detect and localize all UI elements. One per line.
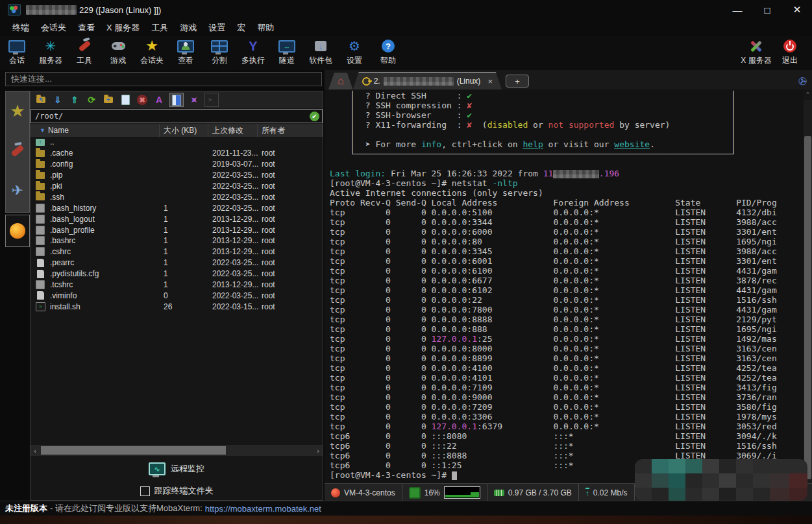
terminal-line: Active Internet connections (only server… xyxy=(330,188,802,198)
gear-icon: ⚙ xyxy=(349,40,360,53)
toolbar-button-tunnel[interactable]: ↔隧道 xyxy=(270,36,304,66)
sidebar-tab-sftp[interactable] xyxy=(5,215,30,247)
paperclip-icon[interactable]: ✇ xyxy=(796,74,809,88)
file-row[interactable]: .config2019-03-07...root xyxy=(31,159,323,170)
hscroll-thumb[interactable] xyxy=(41,446,226,455)
terminal-button[interactable]: >_ xyxy=(204,93,219,107)
terminal-screen[interactable]: │ ? Direct SSH : ✔ │ │ ? SSH compression… xyxy=(325,89,812,483)
subscribe-message: - 请在此处订阅专业版以支持MobaXterm: xyxy=(50,503,203,514)
toolbar-button-settings[interactable]: ⚙设置 xyxy=(338,36,371,66)
follow-terminal-folder-option[interactable]: 跟踪终端文件夹 xyxy=(31,484,323,498)
file-row[interactable]: .pki2022-03-25...root xyxy=(31,181,323,192)
file-row[interactable]: .bash_history12022-03-25...root xyxy=(31,202,323,213)
toolbar-button-servers[interactable]: ✳服务器 xyxy=(34,36,68,66)
desktop-background-strip xyxy=(0,516,812,524)
toolbar-button-tools[interactable]: 工具 xyxy=(68,36,101,66)
file-row[interactable]: .viminfo02022-03-25...root xyxy=(31,290,323,301)
file-row[interactable]: .pearrc12022-03-25...root xyxy=(31,257,323,268)
upload-button[interactable]: ⇑ xyxy=(68,93,81,106)
menu-item-查看[interactable]: 查看 xyxy=(72,20,101,36)
toolbar-button-view[interactable]: 查看 xyxy=(169,36,203,66)
terminal-line: │ │ xyxy=(330,130,802,139)
terminal-line: tcp 0 0 0.0.0.0:8000 0.0.0.0:* LISTEN 31… xyxy=(330,344,802,353)
remote-monitoring-button[interactable]: ∿ 远程监控 xyxy=(31,460,323,478)
toolbar-button-session[interactable]: 会话 xyxy=(0,36,34,66)
app-logo-icon xyxy=(8,4,21,16)
file-list-hscrollbar[interactable]: ‹ › xyxy=(31,445,323,456)
session-tab[interactable]: 2. (Linux) × xyxy=(353,72,502,89)
folder-icon xyxy=(36,193,45,200)
column-header-name[interactable]: ▼Name xyxy=(31,124,160,137)
path-ok-icon[interactable]: ✔ xyxy=(310,112,319,121)
terminal-line: tcp 0 0 0.0.0.0:8899 0.0.0.0:* LISTEN 31… xyxy=(330,353,802,363)
scroll-up-icon[interactable]: ⌃ xyxy=(804,89,812,100)
side-tab-strip: ★ ✈ xyxy=(5,91,30,501)
file-row[interactable]: .tcshrc12013-12-29...root xyxy=(31,280,323,291)
follow-terminal-checkbox[interactable] xyxy=(140,486,150,496)
tab-close-icon[interactable]: × xyxy=(487,77,493,86)
file-row[interactable]: >install.sh262022-03-15...root xyxy=(31,301,323,312)
sidebar-tab-tools[interactable] xyxy=(6,131,29,171)
new-tab-button[interactable]: + xyxy=(506,75,529,88)
scroll-left-icon[interactable]: ‹ xyxy=(31,447,40,455)
menu-item-宏[interactable]: 宏 xyxy=(231,20,251,36)
delete-button[interactable]: ✖ xyxy=(136,93,149,106)
toolbar-button-packages[interactable]: ↓软件包 xyxy=(304,36,338,66)
scroll-right-icon[interactable]: › xyxy=(314,447,323,455)
file-row[interactable]: .bash_logout12013-12-29...root xyxy=(31,213,323,224)
file-row[interactable]: .pydistutils.cfg12022-03-25...root xyxy=(31,268,323,280)
new-folder-button[interactable]: + xyxy=(102,93,115,106)
parent-folder-button[interactable]: ↰ xyxy=(34,93,47,106)
toolbar-button-x-server[interactable]: X 服务器 xyxy=(739,36,773,66)
file-row[interactable]: .bash_profile12013-12-29...root xyxy=(31,224,323,235)
menu-item-帮助[interactable]: 帮助 xyxy=(251,20,280,36)
sidebar-tab-macros[interactable]: ✈ xyxy=(6,171,29,210)
terminal-scrollbar[interactable]: ⌃ xyxy=(804,89,812,483)
column-header-modified[interactable]: 上次修改 xyxy=(208,124,258,137)
vscroll-thumb[interactable] xyxy=(804,136,811,479)
path-bar[interactable]: /root/ ✔ xyxy=(31,109,323,123)
minimize-button[interactable]: — xyxy=(722,0,752,19)
file-row[interactable]: .ssh2022-03-25...root xyxy=(31,191,323,202)
menu-item-会话夹[interactable]: 会话夹 xyxy=(35,20,72,36)
terminal-line: Last login: Fri Mar 25 16:26:33 2022 fro… xyxy=(330,169,802,178)
session-tab-suffix: (Linux) xyxy=(457,77,481,86)
column-header-size[interactable]: 大小 (KB) xyxy=(160,124,208,137)
mobatek-link[interactable]: https://mobaxterm.mobatek.net xyxy=(205,504,321,514)
toolbar-button-exit[interactable]: 退出 xyxy=(773,36,807,66)
network-servers-icon: ✳ xyxy=(45,40,56,53)
panel-toggle-button[interactable] xyxy=(169,93,184,107)
paper-plane-icon: ✈ xyxy=(12,182,23,199)
menu-item-终端[interactable]: 终端 xyxy=(6,20,35,36)
toolbar-button-multiexec[interactable]: Y多执行 xyxy=(236,36,270,66)
file-row[interactable]: ↑.. xyxy=(31,137,323,148)
menu-item-设置[interactable]: 设置 xyxy=(203,20,231,36)
cpu-usage: 16% xyxy=(424,488,440,497)
home-tab[interactable]: ⌂ xyxy=(328,73,353,89)
toolbar-button-help[interactable]: ?帮助 xyxy=(371,36,405,66)
menu-item-游戏[interactable]: 游戏 xyxy=(174,20,203,36)
file-row[interactable]: .bashrc12013-12-29...root xyxy=(31,235,323,246)
column-header-owner[interactable]: 所有者 xyxy=(258,124,323,137)
file-icon xyxy=(36,247,45,256)
new-file-button[interactable] xyxy=(119,93,132,106)
sort-arrow-icon: ▼ xyxy=(40,127,45,134)
toolbar-button-split[interactable]: 分割 xyxy=(203,36,236,66)
folder-icon xyxy=(36,161,45,168)
refresh-button[interactable]: ⟳ xyxy=(85,93,98,106)
maximize-button[interactable]: □ xyxy=(752,0,782,19)
download-button[interactable]: ⇓ xyxy=(51,93,64,106)
terminal-line: tcp 0 0 0.0.0.0:6677 0.0.0.0:* LISTEN 38… xyxy=(330,276,802,285)
toolbar-button-games[interactable]: 游戏 xyxy=(101,36,135,66)
wand-button[interactable]: ✦ xyxy=(185,91,203,109)
menu-item-工具[interactable]: 工具 xyxy=(145,20,174,36)
quick-connect-input[interactable]: 快速连接... xyxy=(5,72,322,86)
file-row[interactable]: .cshrc12013-12-29...root xyxy=(31,246,323,257)
rename-button[interactable]: A xyxy=(153,93,166,106)
sidebar-tab-sessions[interactable]: ★ xyxy=(6,91,29,131)
file-row[interactable]: .pip2022-03-25...root xyxy=(31,170,323,181)
close-button[interactable]: ✕ xyxy=(782,0,812,19)
menu-item-X 服务器[interactable]: X 服务器 xyxy=(101,20,145,36)
toolbar-button-sessions-folder[interactable]: ★会话夹 xyxy=(135,36,169,66)
file-row[interactable]: .cache2021-11-23...root xyxy=(31,148,323,159)
